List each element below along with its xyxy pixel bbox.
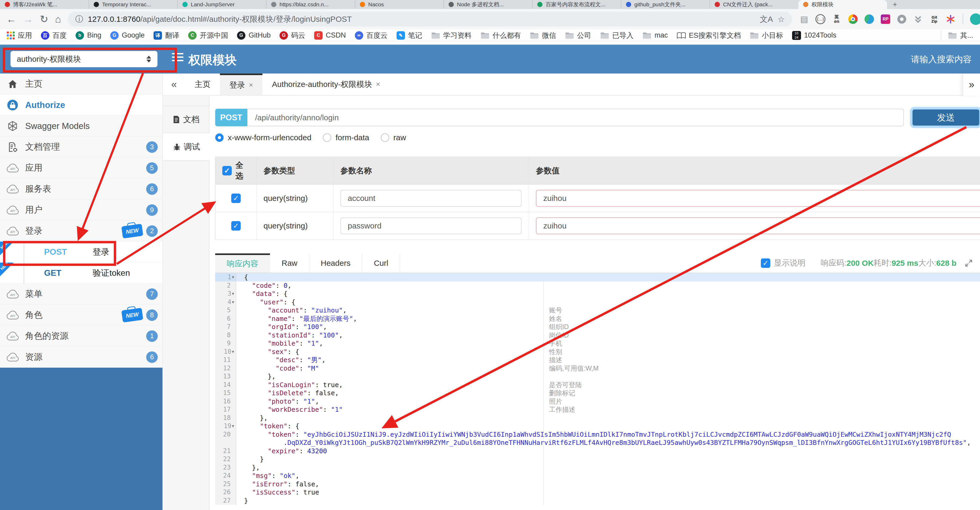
radio-icon[interactable] [381,134,389,142]
line-number[interactable]: 3▾ [215,290,236,298]
sidebar-item-菜单[interactable]: API菜单7 [0,284,162,304]
sidebar-item-服务表[interactable]: API服务表6 [0,178,162,199]
sidebar-item-主页[interactable]: 主页 [0,73,162,94]
double-chevron-icon[interactable] [913,14,923,24]
browser-tab[interactable]: Node 多进程文档... [444,0,532,9]
browser-tab[interactable]: https://blaz.csdn.n... [266,0,355,9]
content-type-radio-form-data[interactable]: form-data [323,133,369,142]
fold-arrow-icon[interactable]: ▾ [232,422,234,430]
radio-icon[interactable] [215,134,224,142]
bookmark-item[interactable]: ES搜索引擎文档 [677,31,741,40]
line-number[interactable]: 5 [215,306,236,315]
module-select[interactable]: authority-权限模块 [11,51,158,67]
radio-icon[interactable] [323,134,331,142]
tab-调试[interactable]: 调试 [163,133,210,161]
sidebar-item-资源[interactable]: API资源6 [0,347,162,368]
line-number[interactable]: 27 [215,497,236,505]
response-tab-Headers[interactable]: Headers [309,253,362,273]
translate-icon[interactable]: 文A [760,14,773,25]
param-checkbox[interactable]: ✓ [231,221,241,231]
bookmark-item[interactable]: 应用 [7,31,32,40]
tab-文档[interactable]: 文档 [163,105,209,133]
sidebar-item-文档管理[interactable]: 文档管理3 [0,137,162,158]
braces-icon[interactable]: {…} [815,14,826,24]
search-input[interactable]: 请输入搜索内容 [911,54,972,65]
line-number[interactable]: 7 [215,323,236,331]
collapse-tabs-button[interactable]: « [163,73,185,95]
line-number[interactable]: 12 [215,364,236,373]
expand-tabs-button[interactable]: » [963,73,980,96]
content-tab[interactable]: Authorize-authority-权限模块× [262,73,390,95]
bookmark-item[interactable]: GGitHub [237,31,270,40]
content-type-radio-x-www-form-urlencoded[interactable]: x-www-form-urlencoded [215,133,311,142]
line-number[interactable]: 10▾ [215,348,236,356]
browser-tab[interactable]: github_push文件夹... [621,0,710,9]
fold-arrow-icon[interactable]: ▾ [232,348,234,356]
browser-tab[interactable]: Land-JumpServer [177,0,266,9]
sidebar-endpoint-post[interactable]: NEWPOST登录 [0,242,162,263]
show-description-checkbox[interactable]: ✓ [761,258,770,268]
line-number[interactable]: 26 [215,488,236,497]
bookmarks-overflow[interactable]: 其... [941,31,973,40]
browser-tab[interactable]: 博客/J2eaWk 笔... [0,0,89,9]
line-number[interactable]: 11 [215,356,236,364]
close-tab-icon[interactable]: × [376,80,380,89]
page-icon[interactable]: ▤ [799,14,810,24]
asterisk-icon[interactable] [945,14,956,24]
new-tab-button[interactable]: + [887,0,903,9]
line-number[interactable]: 19▾ [215,422,236,430]
line-number[interactable]: 25 [215,480,236,488]
line-number[interactable]: 21 [215,447,236,455]
line-number[interactable]: 17 [215,405,236,414]
sidebar-item-Authorize[interactable]: Authorize [0,94,162,116]
gitzip-icon[interactable]: GitZip [929,14,940,24]
sidebar-item-登录[interactable]: API登录NEW2 [0,221,162,242]
show-description-toggle[interactable]: ✓ 显示说明 [761,258,805,268]
bookmark-item[interactable]: 10241024Tools [792,31,837,40]
sidebar-item-应用[interactable]: API应用5 [0,158,162,178]
line-number[interactable]: 20 [215,430,236,439]
bookmark-item[interactable]: ∞百度云 [355,31,388,40]
chrome-icon[interactable] [848,14,858,24]
line-number[interactable]: 16 [215,397,236,406]
ring-icon[interactable] [897,14,907,24]
param-name-input[interactable] [340,217,522,234]
response-body-editor[interactable]: 1▾{2"code": 0,3▾"data": {4▾"user": {5"ac… [215,273,980,505]
bookmark-item[interactable]: 公司 [565,31,591,40]
expand-response-icon[interactable] [964,259,973,268]
param-value-input[interactable] [536,190,980,207]
bookmark-item[interactable]: G码云 [280,31,305,40]
param-checkbox[interactable]: ✓ [231,194,241,203]
content-type-radio-raw[interactable]: raw [381,133,406,142]
fold-arrow-icon[interactable]: ▾ [232,273,234,282]
bookmark-item[interactable]: 已导入 [600,31,633,40]
sidebar-item-Swagger Models[interactable]: Swagger Models [0,116,162,137]
profile-avatar[interactable] [970,13,980,25]
line-number[interactable]: 18 [215,414,236,422]
bookmark-item[interactable]: 小目标 [750,31,783,40]
bookmark-item[interactable]: mac [643,31,668,40]
bookmark-item[interactable]: bBing [76,31,101,40]
bookmark-item[interactable]: 学习资料 [431,31,472,40]
content-tab[interactable]: 主页 [185,73,220,95]
response-tab-响应内容[interactable]: 响应内容 [215,253,270,273]
param-value-input[interactable] [536,217,980,234]
request-url-input[interactable] [247,109,904,126]
sidebar-endpoint-get[interactable]: NEWGET验证token [0,263,162,284]
line-number[interactable]: 4▾ [215,298,236,306]
bookmark-item[interactable]: 译翻译 [154,31,179,40]
line-number[interactable]: 9 [215,339,236,348]
close-tab-icon[interactable]: × [249,81,253,89]
sidebar-item-角色的资源[interactable]: API角色的资源1 [0,326,162,347]
sidebar-item-角色[interactable]: API角色NEW8 [0,304,162,326]
line-number[interactable]: 22 [215,455,236,464]
bookmark-item[interactable]: C开源中国 [188,31,228,40]
line-number[interactable]: 23 [215,464,236,472]
browser-tab[interactable]: Nacos [355,0,444,9]
line-number[interactable] [215,438,236,447]
reload-icon[interactable]: ↻ [40,14,48,24]
bookmark-item[interactable]: ✎笔记 [396,31,422,40]
rp-icon[interactable]: RP [880,14,891,24]
content-tab[interactable]: 登录× [220,73,262,95]
en-translate-icon[interactable]: 英en [832,14,842,24]
